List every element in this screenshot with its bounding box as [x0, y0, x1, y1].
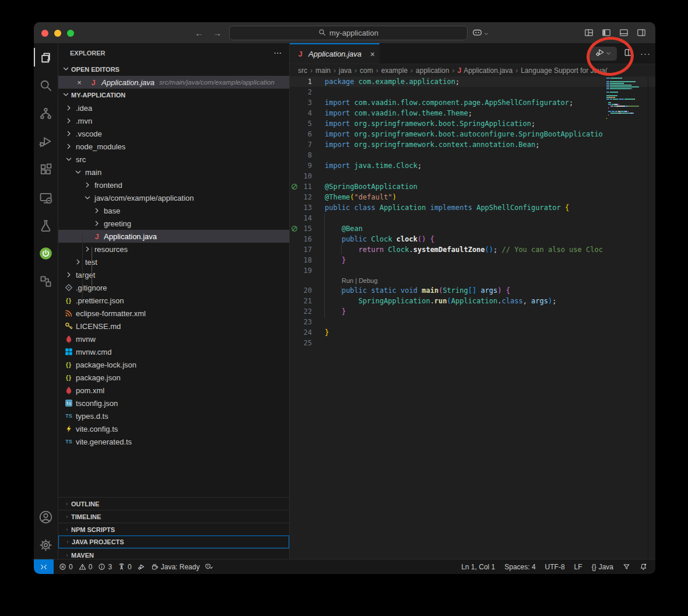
activity-explorer[interactable]: [34, 43, 58, 71]
tree-item-base[interactable]: base: [58, 204, 289, 217]
status-problems-info[interactable]: 3: [98, 563, 112, 571]
status-indentation[interactable]: Spaces: 4: [504, 563, 535, 571]
activity-extensions[interactable]: [34, 155, 58, 183]
status-problems-errors[interactable]: 0: [59, 563, 73, 571]
tree-item-label: .vscode: [76, 130, 102, 138]
activity-run-and-debug[interactable]: [34, 127, 58, 155]
remote-explorer-icon: [39, 191, 52, 204]
breadcrumb-item[interactable]: java: [339, 66, 352, 75]
status-security-status[interactable]: [205, 563, 213, 570]
activity-source-control[interactable]: [34, 99, 58, 127]
breadcrumb-item[interactable]: src: [298, 66, 307, 75]
tree-item-pom-xml[interactable]: pom.xml: [58, 384, 289, 397]
tree-item-greeting[interactable]: greeting: [58, 217, 289, 230]
activity-accounts[interactable]: [34, 503, 58, 531]
minimap-line: [608, 102, 610, 103]
close-window-button[interactable]: [41, 30, 48, 37]
activity-remote-explorer[interactable]: [34, 183, 58, 211]
go-forward-button[interactable]: →: [213, 28, 222, 38]
tree-item-eclipse-formatter-xml[interactable]: eclipse-formatter.xml: [58, 307, 289, 320]
code-token: [325, 225, 342, 233]
open-editor-application-java[interactable]: × J Application.java src/main/java/com/e…: [58, 76, 289, 89]
activity-search[interactable]: [34, 71, 58, 99]
tree-item--vscode[interactable]: .vscode: [58, 127, 289, 140]
tree-item-resources[interactable]: resources: [58, 243, 289, 256]
customize-layout-icon[interactable]: [584, 28, 594, 37]
breadcrumb-item[interactable]: main: [315, 66, 331, 75]
tree-item-license-md[interactable]: LICENSE.md: [58, 320, 289, 332]
status-eol[interactable]: LF: [574, 563, 582, 571]
code-editor[interactable]: 1package com.example.application;23impor…: [290, 76, 655, 559]
tree-item--mvn[interactable]: .mvn: [58, 114, 289, 127]
tree-item-mvnw[interactable]: mvnw: [58, 332, 289, 345]
tree-item-vite-generated-ts[interactable]: TSvite.generated.ts: [58, 435, 289, 448]
command-center-search[interactable]: my-application: [229, 26, 468, 40]
chevron-right-icon: [64, 103, 73, 113]
section-timeline[interactable]: TIMELINE: [58, 510, 289, 523]
status-language-mode[interactable]: {}Java: [592, 563, 613, 571]
toggle-primary-sidebar-icon[interactable]: [602, 28, 611, 37]
code-token: import: [325, 130, 350, 138]
tree-item-package-json[interactable]: {}package.json: [58, 371, 289, 384]
editor-scrollbar[interactable]: [648, 76, 655, 559]
tree-item-mvnw-cmd[interactable]: mvnw.cmd: [58, 345, 289, 358]
status-filter-indicator[interactable]: [623, 563, 630, 570]
minimize-window-button[interactable]: [54, 30, 61, 37]
zoom-window-button[interactable]: [67, 30, 74, 37]
more-actions-icon[interactable]: ···: [274, 50, 282, 57]
tree-item--gitignore[interactable]: .gitignore: [58, 281, 289, 294]
tree-item-application-java[interactable]: JApplication.java: [58, 230, 289, 243]
tree-item-node-modules[interactable]: node_modules: [58, 140, 289, 153]
tree-item--idea[interactable]: .idea: [58, 102, 289, 114]
tree-item-types-d-ts[interactable]: TStypes.d.ts: [58, 410, 289, 422]
breadcrumb-item[interactable]: application: [416, 66, 449, 75]
tree-item-tsconfig-json[interactable]: tstsconfig.json: [58, 397, 289, 410]
breadcrumb-item[interactable]: JApplication.java: [457, 66, 513, 75]
copilot-menu-button[interactable]: [472, 27, 489, 40]
chevron-down-icon: [58, 65, 71, 74]
toggle-panel-icon[interactable]: [619, 28, 629, 37]
close-tab-icon[interactable]: ×: [370, 50, 375, 59]
breadcrumb-item[interactable]: com: [360, 66, 373, 75]
activity-testing[interactable]: [34, 211, 58, 239]
minimap-line: [619, 99, 624, 100]
tree-item-src[interactable]: src: [58, 153, 289, 166]
tree-item--prettierrc-json[interactable]: {}.prettierrc.json: [58, 294, 289, 307]
toggle-secondary-sidebar-icon[interactable]: [637, 28, 646, 37]
open-editors-header[interactable]: OPEN EDITORS: [58, 63, 289, 76]
section-java-projects[interactable]: JAVA PROJECTS: [58, 536, 289, 548]
tree-item-test[interactable]: test: [58, 256, 289, 268]
chevron-right-icon: [64, 142, 73, 151]
section-npm-scripts[interactable]: NPM SCRIPTS: [58, 523, 289, 536]
status-encoding[interactable]: UTF-8: [545, 563, 565, 571]
project-root-header[interactable]: MY-APPLICATION: [58, 89, 289, 102]
status-notifications[interactable]: [640, 563, 647, 570]
activity-spring-boot-dashboard[interactable]: [34, 239, 58, 267]
tree-item-java-com-example-application[interactable]: java/com/example/application: [58, 191, 289, 204]
spring-bean-icon[interactable]: [290, 225, 299, 232]
status-forwarded-ports[interactable]: 0: [118, 563, 132, 571]
minimap[interactable]: [606, 78, 648, 148]
activity-java-projects[interactable]: [34, 267, 58, 295]
tree-item-vite-config-ts[interactable]: vite.config.ts: [58, 422, 289, 435]
section-outline[interactable]: OUTLINE: [58, 497, 289, 510]
activity-settings[interactable]: [34, 531, 58, 559]
remote-indicator[interactable]: [34, 559, 54, 574]
tree-item-main[interactable]: main: [58, 166, 289, 178]
status-run-status[interactable]: [138, 563, 145, 570]
tree-item-package-lock-json[interactable]: {}package-lock.json: [58, 358, 289, 371]
section-maven[interactable]: MAVEN: [58, 548, 289, 559]
status-cursor-position[interactable]: Ln 1, Col 1: [461, 563, 495, 571]
go-back-button[interactable]: ←: [195, 28, 203, 38]
tab-application-java[interactable]: J Application.java ×: [290, 43, 380, 64]
close-editor-icon[interactable]: ×: [75, 78, 84, 87]
spring-bean-icon[interactable]: [290, 183, 299, 190]
codelens-run-debug[interactable]: Run | Debug: [290, 276, 655, 285]
tree-item-frontend[interactable]: frontend: [58, 178, 289, 191]
breadcrumb-item[interactable]: example: [381, 66, 408, 75]
status-problems-warnings[interactable]: 0: [79, 563, 93, 571]
status-java-status[interactable]: Java: Ready: [151, 563, 200, 571]
code-token: AppShellConfigurator: [476, 204, 561, 212]
tree-item-target[interactable]: target: [58, 268, 289, 281]
more-actions-icon[interactable]: ···: [640, 48, 651, 58]
